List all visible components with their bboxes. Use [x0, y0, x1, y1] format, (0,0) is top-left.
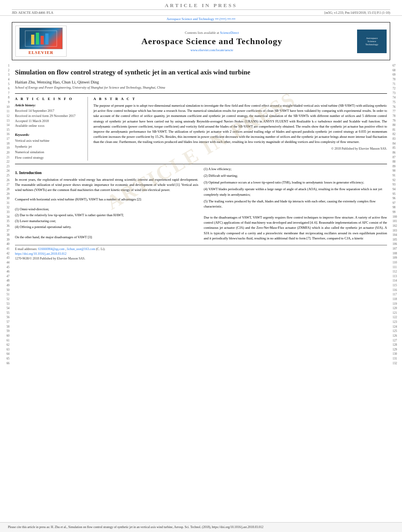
line-number-89: 89 — [393, 164, 400, 169]
advantage-item-3: (4) Offering a potential operational saf… — [15, 224, 198, 230]
line-number-81: 81 — [393, 128, 400, 132]
disadvantage-item-3: (4) VAWT blades periodically operate wit… — [204, 187, 387, 197]
line-number-25: 25 — [2, 173, 9, 178]
line-number-126: 126 — [393, 334, 400, 338]
line-number-64: 64 — [2, 352, 9, 356]
footnote-email: E-mail addresses: 616666904@qq.com , lic… — [15, 247, 387, 252]
line-number-122: 122 — [393, 315, 400, 320]
line-number-55: 55 — [2, 311, 9, 315]
line-number-4: 4 — [2, 77, 9, 82]
line-numbers-right: 6768697071727374757677787980818283848586… — [391, 60, 402, 365]
line-number-2: 2 — [2, 68, 9, 73]
line-number-129: 129 — [393, 347, 400, 352]
line-number-117: 117 — [393, 292, 400, 297]
line-number-120: 120 — [393, 306, 400, 311]
line-number-97: 97 — [393, 201, 400, 206]
line-number-30: 30 — [2, 196, 9, 201]
line-number-8: 8 — [2, 95, 9, 100]
springer-logo: Aerospace Science Technology — [357, 30, 387, 53]
line-number-29: 29 — [2, 192, 9, 196]
line-number-34: 34 — [2, 215, 9, 219]
advantage-item-0: (1) Omni-wind-direction; — [15, 207, 198, 212]
line-number-59: 59 — [2, 329, 9, 334]
keyword-4: Flow control strategy — [15, 155, 84, 160]
email1[interactable]: 616666904@qq.com — [38, 247, 65, 251]
journal-url[interactable]: www.elsevier.com/locate/aescte — [71, 48, 353, 52]
disadvantages-list: (1) A low efficiency;(2) Difficult self-… — [204, 167, 387, 209]
intro-para2: Compared with horizontal axis wind turbi… — [15, 197, 198, 202]
title-col: Contents lists available at ScienceDirec… — [71, 31, 353, 52]
line-number-72: 72 — [393, 86, 400, 91]
line-number-20: 20 — [2, 150, 9, 155]
line-number-94: 94 — [393, 187, 400, 192]
received-date: Received 14 September 2017 — [15, 108, 84, 113]
line-number-128: 128 — [393, 343, 400, 347]
line-number-102: 102 — [393, 224, 400, 228]
intro-section-title: 1. Introduction — [15, 171, 198, 175]
line-number-100: 100 — [393, 215, 400, 219]
line-number-90: 90 — [393, 169, 400, 173]
keyword-2: Synthetic jet — [15, 144, 84, 149]
line-number-74: 74 — [393, 95, 400, 100]
line-number-63: 63 — [2, 347, 9, 352]
copyright-line: © 2018 Published by Elsevier Masson SAS. — [93, 147, 387, 150]
line-number-7: 7 — [2, 91, 9, 96]
line-number-109: 109 — [393, 256, 400, 260]
intro-para4: Due to the disadvantages of VAWT, VAWT u… — [204, 215, 387, 241]
line-number-118: 118 — [393, 297, 400, 302]
intro-left-col: 1. Introduction In recent years, the exp… — [15, 167, 198, 241]
line-number-125: 125 — [393, 329, 400, 334]
available-online: Available online xxxx — [15, 123, 84, 128]
journal-link-text: Aerospace Science and Technology ••• (••… — [167, 17, 235, 21]
line-number-21: 21 — [2, 155, 9, 160]
advantage-item-1: (2) Due to the relatively low tip-speed … — [15, 213, 198, 218]
line-number-17: 17 — [2, 137, 9, 141]
line-number-10: 10 — [2, 105, 9, 109]
author-note: (C. Li). — [96, 247, 105, 251]
email-label: E-mail addresses: — [15, 247, 37, 251]
line-number-3: 3 — [2, 72, 9, 77]
line-number-9: 9 — [2, 100, 9, 105]
sciencedirect-link[interactable]: ScienceDirect — [220, 31, 239, 35]
line-number-51: 51 — [2, 292, 9, 297]
line-number-121: 121 — [393, 311, 400, 315]
line-number-1: 1 — [2, 63, 9, 68]
line-number-82: 82 — [393, 132, 400, 137]
line-number-76: 76 — [393, 105, 400, 109]
citation-text: Please cite this article in press as: H.… — [8, 525, 263, 529]
line-number-14: 14 — [2, 123, 9, 128]
line-number-103: 103 — [393, 228, 400, 233]
line-number-114: 114 — [393, 278, 400, 283]
line-number-80: 80 — [393, 123, 400, 128]
line-number-111: 111 — [393, 265, 400, 270]
line-number-107: 107 — [393, 247, 400, 251]
line-number-24: 24 — [2, 169, 9, 173]
line-number-38: 38 — [2, 233, 9, 237]
article-info-col: A R T I C L E I N F O Article history: R… — [15, 97, 88, 161]
line-number-116: 116 — [393, 288, 400, 293]
line-number-43: 43 — [2, 256, 9, 260]
line-number-60: 60 — [2, 334, 9, 338]
doi-link[interactable]: https://doi.org/10.1016/j.ast.2018.03.01… — [15, 252, 67, 256]
line-number-19: 19 — [2, 146, 9, 150]
line-number-35: 35 — [2, 219, 9, 224]
journal-link-line: Aerospace Science and Technology ••• (••… — [0, 16, 402, 22]
line-number-48: 48 — [2, 278, 9, 283]
email2[interactable]: lichun_usst@163.com — [67, 247, 95, 251]
line-number-57: 57 — [2, 320, 9, 324]
line-number-108: 108 — [393, 251, 400, 256]
line-number-88: 88 — [393, 159, 400, 164]
line-number-62: 62 — [2, 343, 9, 347]
article-in-press-banner: ARTICLE IN PRESS — [12, 0, 390, 10]
line-number-27: 27 — [2, 182, 9, 187]
article-body: ARTICLE IN PRESS Simulation on flow cont… — [11, 60, 391, 365]
line-number-71: 71 — [393, 82, 400, 87]
line-number-95: 95 — [393, 192, 400, 196]
line-number-18: 18 — [2, 141, 9, 146]
intro-para3: On the other hand, the major disadvantag… — [15, 235, 198, 240]
line-number-86: 86 — [393, 150, 400, 155]
line-numbers-left: 1234567891011121314151617181920212223242… — [0, 60, 11, 365]
journal-title-heading: Aerospace Science and Technology — [71, 36, 353, 46]
header-section: ELSEVIER Contents lists available at Sci… — [12, 22, 390, 60]
elsevier-logo-image — [19, 28, 63, 49]
